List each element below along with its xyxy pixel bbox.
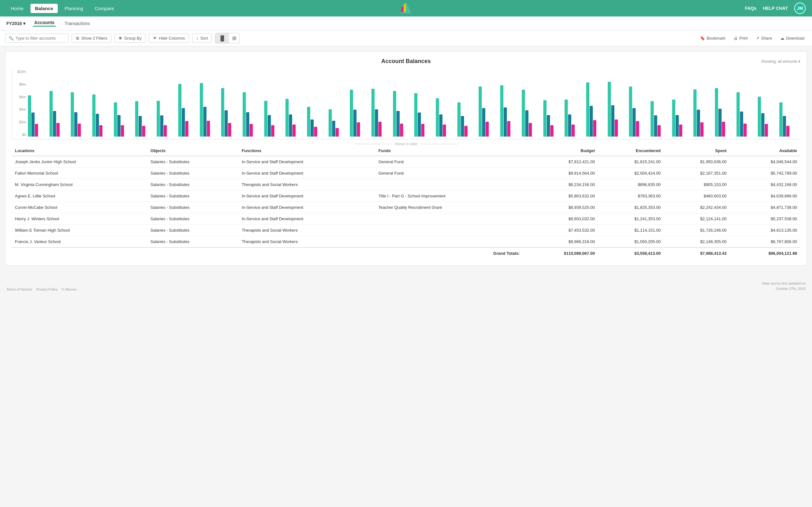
nav-planning[interactable]: Planning: [60, 4, 88, 13]
bar[interactable]: [543, 100, 547, 136]
bar[interactable]: [336, 128, 339, 136]
bar[interactable]: [525, 110, 528, 136]
bar[interactable]: [350, 90, 353, 136]
table-row[interactable]: Joseph Jenks Junior High SchoolSalaries …: [12, 156, 800, 168]
bar[interactable]: [378, 122, 382, 136]
bar[interactable]: [224, 110, 228, 136]
bar[interactable]: [697, 110, 700, 136]
bar[interactable]: [486, 122, 489, 136]
bar[interactable]: [500, 85, 503, 136]
bar[interactable]: [178, 84, 182, 136]
bar[interactable]: [228, 123, 231, 136]
bar[interactable]: [737, 92, 740, 136]
bar[interactable]: [139, 116, 142, 136]
bar[interactable]: [418, 112, 421, 136]
bar[interactable]: [590, 106, 593, 136]
bar[interactable]: [693, 89, 697, 136]
nav-compare[interactable]: Compare: [90, 4, 119, 13]
tab-accounts[interactable]: Accounts: [33, 20, 56, 26]
bar[interactable]: [289, 114, 292, 136]
bar[interactable]: [264, 101, 267, 136]
bar[interactable]: [32, 112, 35, 136]
bar[interactable]: [586, 82, 589, 136]
bar[interactable]: [761, 113, 764, 136]
bar[interactable]: [722, 122, 725, 136]
bar[interactable]: [436, 98, 439, 136]
bar[interactable]: [71, 92, 74, 136]
bar[interactable]: [700, 122, 704, 136]
bar[interactable]: [371, 89, 374, 136]
bar[interactable]: [328, 109, 332, 136]
bar[interactable]: [765, 124, 768, 136]
bar[interactable]: [654, 115, 657, 136]
hide-columns-button[interactable]: 👁 Hide Columns: [149, 34, 189, 43]
table-row[interactable]: Curvin-McCabe SchoolSalaries - Substitut…: [12, 202, 800, 213]
bar[interactable]: [271, 125, 274, 136]
bar[interactable]: [121, 125, 124, 136]
bar[interactable]: [679, 124, 682, 136]
bar[interactable]: [565, 100, 568, 136]
bar[interactable]: [715, 88, 718, 136]
filter-accounts-input[interactable]: [15, 36, 65, 41]
fy-selector[interactable]: FY2016 ▾: [6, 21, 26, 26]
bar[interactable]: [157, 101, 160, 136]
bar[interactable]: [744, 124, 747, 136]
privacy-link[interactable]: Privacy Policy: [36, 287, 58, 291]
bar[interactable]: [207, 121, 210, 136]
table-row[interactable]: Francis J. Varieur SchoolSalaries - Subs…: [12, 236, 800, 248]
bar[interactable]: [221, 88, 224, 136]
bar[interactable]: [461, 116, 464, 136]
bar[interactable]: [310, 119, 314, 136]
bar[interactable]: [632, 108, 636, 136]
bar[interactable]: [615, 119, 618, 136]
bar[interactable]: [464, 126, 467, 136]
bar[interactable]: [783, 116, 786, 136]
bar[interactable]: [443, 124, 446, 136]
avatar[interactable]: JM: [794, 3, 806, 14]
bar[interactable]: [182, 108, 185, 136]
bar[interactable]: [478, 87, 482, 136]
bar[interactable]: [28, 95, 31, 136]
table-row[interactable]: Henry J. Winters SchoolSalaries - Substi…: [12, 213, 800, 225]
bar[interactable]: [439, 114, 443, 136]
bar[interactable]: [608, 82, 611, 136]
bar[interactable]: [160, 115, 163, 136]
bar[interactable]: [375, 109, 378, 136]
bar[interactable]: [550, 125, 554, 136]
bar[interactable]: [611, 105, 614, 136]
bookmark-button[interactable]: 🔖 Bookmark: [698, 35, 728, 42]
bar[interactable]: [547, 115, 550, 136]
bar[interactable]: [507, 121, 510, 136]
bar[interactable]: [529, 123, 532, 136]
bar[interactable]: [53, 111, 56, 136]
bar[interactable]: [718, 109, 722, 136]
bar[interactable]: [522, 90, 525, 136]
bar[interactable]: [250, 124, 253, 136]
terms-link[interactable]: Terms of Service: [6, 287, 32, 291]
bar[interactable]: [740, 112, 743, 136]
print-button[interactable]: 🖨 Print: [731, 35, 751, 42]
nav-home[interactable]: Home: [6, 4, 28, 13]
bar[interactable]: [332, 121, 335, 136]
bar[interactable]: [758, 97, 761, 136]
bar[interactable]: [185, 121, 189, 136]
showing-label[interactable]: Showing: all amounts ▾: [761, 59, 800, 64]
bar[interactable]: [504, 107, 507, 136]
bar[interactable]: [414, 93, 417, 136]
bar[interactable]: [35, 124, 38, 136]
bar[interactable]: [142, 126, 145, 136]
bar[interactable]: [672, 100, 675, 136]
table-row[interactable]: M. Virginia Cunningham SchoolSalaries - …: [12, 179, 800, 190]
bar[interactable]: [593, 120, 596, 136]
bar[interactable]: [246, 112, 249, 136]
bar[interactable]: [651, 101, 654, 136]
download-button[interactable]: ☁ Download: [778, 35, 807, 42]
bar[interactable]: [56, 123, 60, 136]
bar[interactable]: [96, 114, 99, 136]
bar[interactable]: [397, 111, 400, 136]
bar[interactable]: [571, 124, 575, 136]
bar[interactable]: [293, 124, 296, 136]
bar[interactable]: [268, 115, 271, 136]
sort-button[interactable]: ↕ Sort: [192, 34, 212, 43]
bar[interactable]: [629, 87, 632, 136]
